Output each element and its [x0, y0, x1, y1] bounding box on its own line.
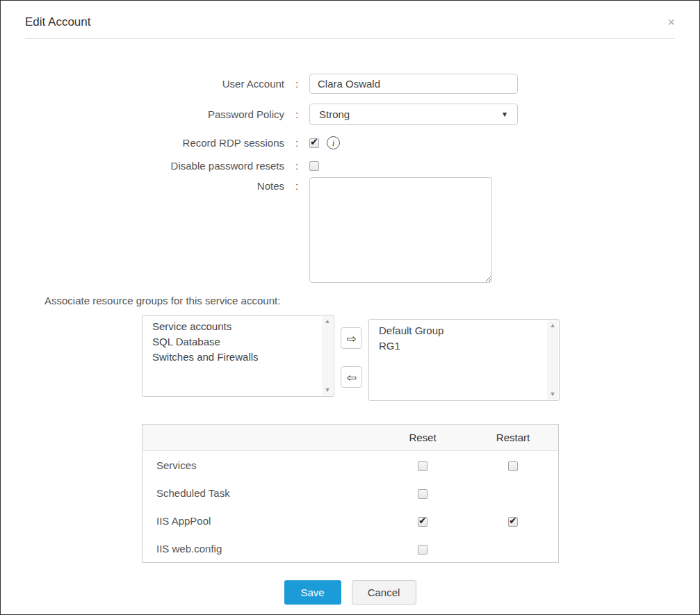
disable-resets-checkbox[interactable]	[309, 161, 319, 171]
header-divider	[25, 38, 675, 39]
table-header-row: Reset Restart	[143, 425, 558, 451]
record-rdp-checkbox[interactable]	[309, 138, 319, 148]
password-policy-select[interactable]: Strong ▼	[309, 104, 518, 125]
table-body: ServicesScheduled TaskIIS AppPoolIIS web…	[143, 451, 558, 562]
restart-cell	[468, 459, 558, 470]
disable-resets-label: Disable password resets	[44, 160, 284, 172]
table-row: IIS web.config	[143, 534, 558, 562]
scroll-down-icon[interactable]: ▼	[550, 391, 556, 397]
chevron-down-icon: ▼	[501, 110, 508, 118]
edit-account-form: User Account : Password Policy : Strong …	[1, 74, 699, 283]
table-header-reset: Reset	[377, 432, 468, 443]
reset-checkbox[interactable]	[418, 517, 428, 527]
reset-checkbox[interactable]	[418, 545, 428, 555]
record-rdp-row: Record RDP sessions : i	[1, 136, 699, 149]
assigned-groups-listbox[interactable]: Default GroupRG1 ▲ ▼	[368, 319, 560, 401]
available-groups-listbox[interactable]: Service accountsSQL DatabaseSwitches and…	[142, 315, 334, 397]
move-left-button[interactable]: ⇦	[341, 366, 362, 388]
table-header-restart: Restart	[468, 432, 558, 443]
list-item[interactable]: RG1	[379, 338, 541, 354]
reset-checkbox[interactable]	[418, 461, 428, 471]
disable-resets-separator: :	[284, 160, 309, 172]
notes-label: Notes	[44, 177, 284, 192]
notes-row: Notes :	[1, 177, 699, 283]
password-policy-label: Password Policy	[44, 108, 284, 120]
close-icon[interactable]: ×	[667, 16, 675, 28]
row-label: IIS AppPool	[143, 515, 377, 527]
reset-cell	[377, 514, 468, 526]
password-policy-selected-value: Strong	[319, 108, 350, 120]
scroll-up-icon[interactable]: ▲	[325, 318, 331, 325]
user-account-label: User Account	[44, 78, 284, 90]
listbox-scrollbar[interactable]: ▲ ▼	[547, 320, 558, 400]
table-row: Scheduled Task	[143, 479, 558, 507]
reset-cell	[377, 542, 468, 554]
move-buttons: ⇨ ⇦	[341, 327, 362, 388]
cancel-button[interactable]: Cancel	[352, 580, 416, 605]
row-label: Services	[143, 459, 377, 471]
scroll-down-icon[interactable]: ▼	[325, 387, 331, 393]
modal-header: Edit Account ×	[1, 1, 699, 38]
record-rdp-separator: :	[284, 137, 309, 149]
reset-checkbox[interactable]	[418, 489, 428, 499]
list-item[interactable]: Service accounts	[152, 319, 316, 334]
list-item[interactable]: Switches and Firewalls	[152, 350, 316, 365]
user-account-row: User Account :	[1, 74, 699, 94]
user-account-input[interactable]	[309, 74, 518, 94]
restart-checkbox[interactable]	[508, 461, 518, 471]
move-right-button[interactable]: ⇨	[341, 327, 362, 349]
scroll-up-icon[interactable]: ▲	[550, 322, 556, 329]
restart-checkbox[interactable]	[508, 517, 518, 527]
row-label: IIS web.config	[143, 543, 377, 555]
restart-cell	[468, 514, 558, 526]
modal-title: Edit Account	[25, 15, 91, 29]
record-rdp-label: Record RDP sessions	[44, 137, 284, 149]
table-row: Services	[143, 451, 558, 479]
row-label: Scheduled Task	[143, 487, 377, 499]
password-policy-separator: :	[284, 108, 309, 120]
reset-cell	[377, 459, 468, 470]
resource-groups-dual-list: Service accountsSQL DatabaseSwitches and…	[142, 315, 699, 401]
resource-groups-section-label: Associate resource groups for this servi…	[44, 295, 699, 306]
table-row: IIS AppPool	[143, 507, 558, 534]
info-icon[interactable]: i	[327, 136, 340, 149]
user-account-separator: :	[284, 78, 309, 90]
listbox-scrollbar[interactable]: ▲ ▼	[322, 316, 333, 395]
notes-textarea[interactable]	[309, 177, 492, 283]
notes-separator: :	[284, 177, 309, 192]
save-button[interactable]: Save	[284, 580, 341, 605]
password-policy-row: Password Policy : Strong ▼	[1, 104, 699, 125]
list-item[interactable]: SQL Database	[152, 334, 316, 350]
reset-cell	[377, 486, 468, 498]
list-item[interactable]: Default Group	[379, 323, 541, 338]
footer-actions: Save Cancel	[1, 580, 699, 605]
account-actions-table: Reset Restart ServicesScheduled TaskIIS …	[142, 424, 559, 563]
disable-resets-row: Disable password resets :	[1, 160, 699, 172]
